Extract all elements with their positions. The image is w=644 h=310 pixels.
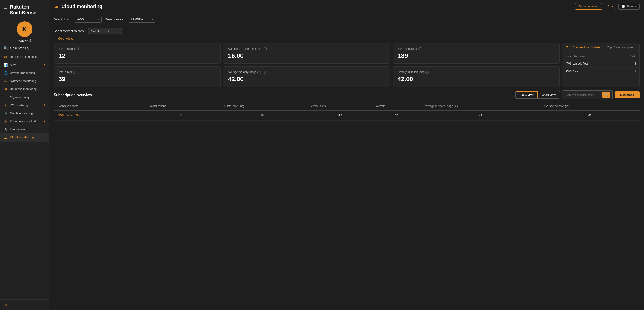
plus-badge: ✦ (44, 104, 46, 106)
alerts-panel: Top 10 connections by alerts Top 10 metr… (562, 43, 640, 87)
sidebar-item-label: VM monitoring (10, 104, 41, 107)
sidebar-item-label: APM (10, 63, 41, 66)
search-icon: 🔍 (4, 46, 8, 50)
sidebar-item-database-monitoring[interactable]: 🗄 Database monitoring (0, 85, 49, 93)
sidebar-item-integrations[interactable]: 🔌 Integrations (0, 126, 49, 134)
metric-card-avg-duration: Average duration (ms) i 42.00 (393, 66, 560, 87)
row-avg-duration: 42 (540, 111, 640, 120)
info-icon[interactable]: i (77, 47, 80, 50)
sidebar-item-browser-monitoring[interactable]: 🌐 Browser monitoring (0, 69, 49, 77)
apm-icon: 📊 (4, 63, 8, 67)
documentation-button[interactable]: Documentation (575, 3, 602, 10)
search-connection-input[interactable] (564, 94, 600, 96)
alert-connection-name: AWS Lambda Test (566, 62, 588, 65)
chevron-down-icon: ▾ (108, 30, 109, 32)
sidebar-item-notification-channels[interactable]: ✉ Notification channels (0, 53, 49, 61)
service-select[interactable]: LAMBDA EC2 S3 (128, 16, 156, 22)
metric-value: 16.00 (228, 52, 385, 59)
sidebar-item-synthetic-monitoring[interactable]: ⊙ Synthetic monitoring (0, 77, 49, 85)
service-select-wrap: LAMBDA EC2 S3 (128, 16, 156, 22)
service-filter-label: Select service : (105, 18, 125, 21)
col-connection-name: Connection name (566, 55, 585, 57)
metric-title: Total executions i (398, 47, 555, 50)
cloud-filter-label: Select cloud : (54, 18, 71, 21)
connection-tag[interactable]: AWS L... ✕ ▾ (88, 28, 122, 34)
col-errors: # errors (372, 102, 421, 111)
time-range-button[interactable]: 🕐 30 mins (618, 3, 640, 10)
refresh-button[interactable]: ↻ ▾ (605, 3, 616, 10)
sidebar-item-mobile-monitoring[interactable]: 📱 Mobile monitoring (0, 109, 49, 117)
info-icon[interactable]: i (418, 47, 421, 50)
info-icon[interactable]: i (264, 47, 267, 50)
nav-menu: ✉ Notification channels 📊 APM ✦ 🌐 Browse… (0, 53, 49, 300)
metric-value: 39 (58, 76, 216, 83)
sidebar-item-cloud-monitoring[interactable]: ☁ Cloud monitoring (0, 134, 49, 142)
cloud-select-wrap: AWS Azure GCP (75, 16, 102, 22)
metric-title: Average CPU total time (ms) i (228, 47, 385, 50)
avatar: K (17, 21, 32, 37)
search-button[interactable]: 🔍 (602, 92, 610, 98)
alert-row: AWS Lambda Test 3 (562, 60, 639, 68)
observability-row: 🔍 Observability (0, 44, 49, 53)
overview-section: Overview (54, 34, 640, 40)
sidebar-footer: ⊞ (0, 300, 49, 310)
overview-title: Overview (58, 36, 635, 40)
metric-value: 42.00 (228, 76, 385, 83)
col-connection-name: Connection name (54, 102, 145, 111)
notification-icon: ✉ (4, 55, 8, 59)
download-button[interactable]: Download (615, 92, 640, 98)
connection-filter-label: Select connection name: (54, 29, 86, 33)
alerts-table-header: Connection name Alerts (562, 52, 639, 60)
metric-value: 12 (58, 52, 216, 59)
sidebar: ☰ Rakuten SixthSense K kousick S 🔍 Obser… (0, 0, 49, 310)
content-area: Overview Total functions i 12 Average CP… (49, 34, 644, 310)
sidebar-item-label: MQ monitoring (10, 96, 46, 99)
integrations-icon: 🔌 (4, 128, 8, 131)
row-errors: 39 (372, 111, 421, 120)
hamburger-icon[interactable]: ☰ (4, 5, 7, 10)
plus-badge: ✦ (44, 120, 46, 123)
tab-metrics-by-alerts[interactable]: Top 10 metrics by alerts (604, 43, 639, 52)
logout-icon[interactable]: ⊞ (4, 302, 7, 307)
sidebar-item-mq-monitoring[interactable]: ≡ MQ monitoring (0, 93, 49, 101)
subscription-section: Subscription overview Table view Chart v… (54, 90, 640, 120)
info-icon[interactable]: i (263, 70, 266, 74)
sidebar-item-vm-monitoring[interactable]: 🖥 VM monitoring ✦ (0, 101, 49, 109)
page-title: Cloud monitoring (61, 4, 572, 10)
close-icon[interactable]: ✕ (104, 30, 106, 33)
connection-tag-value: AWS L... (91, 29, 102, 33)
metric-card-avg-cpu: Average CPU total time (ms) i 16.00 (223, 43, 390, 64)
sidebar-item-apm[interactable]: 📊 APM ✦ (0, 61, 49, 69)
database-icon: 🗄 (4, 87, 8, 91)
info-icon[interactable]: i (73, 70, 76, 74)
col-avg-duration: Average duration (ms) (540, 102, 640, 111)
metric-title: Total functions i (58, 47, 216, 50)
alert-row: AWS Data 1 (562, 68, 639, 76)
metric-value: 189 (398, 52, 555, 59)
chart-view-tab[interactable]: Chart view (538, 92, 559, 98)
sidebar-item-label: Cloud monitoring (10, 136, 46, 139)
row-cpu-time: 16 (217, 111, 307, 120)
alerts-table: Connection name Alerts AWS Lambda Test 3… (562, 52, 639, 87)
cloud-select[interactable]: AWS Azure GCP (75, 16, 102, 22)
col-executions: # executions (307, 102, 372, 111)
row-connection-name[interactable]: AWS Lambda Test (54, 111, 145, 120)
main-content: ☁ Cloud monitoring Documentation ↻ ▾ 🕐 3… (49, 0, 644, 310)
username: kousick S (18, 39, 31, 42)
subscription-controls: Table view Chart view 🔍 Download (516, 90, 640, 99)
tab-connections-by-alerts[interactable]: Top 10 connections by alerts (562, 43, 604, 52)
metrics-grid: Total functions i 12 Average CPU total t… (54, 43, 640, 87)
brand-title: Rakuten SixthSense (10, 4, 36, 16)
table-header-row: Connection name Total functions CPU tota… (54, 102, 640, 111)
table-row: AWS Lambda Test 12 16 189 39 42 42 (54, 111, 640, 120)
sidebar-item-kubernetes-monitoring[interactable]: ⚙ Kubernetes monitoring ✦ (0, 117, 49, 126)
sidebar-item-label: Synthetic monitoring (10, 79, 46, 83)
sidebar-item-label: Browser monitoring (10, 71, 46, 74)
row-avg-memory: 42 (421, 111, 540, 120)
info-icon[interactable]: i (426, 70, 428, 74)
chevron-down-icon: ▾ (612, 4, 613, 8)
alert-count: 3 (634, 62, 636, 65)
clock-icon: 🕐 (622, 5, 625, 8)
plus-badge: ✦ (44, 64, 46, 66)
table-view-tab[interactable]: Table view (516, 92, 538, 98)
